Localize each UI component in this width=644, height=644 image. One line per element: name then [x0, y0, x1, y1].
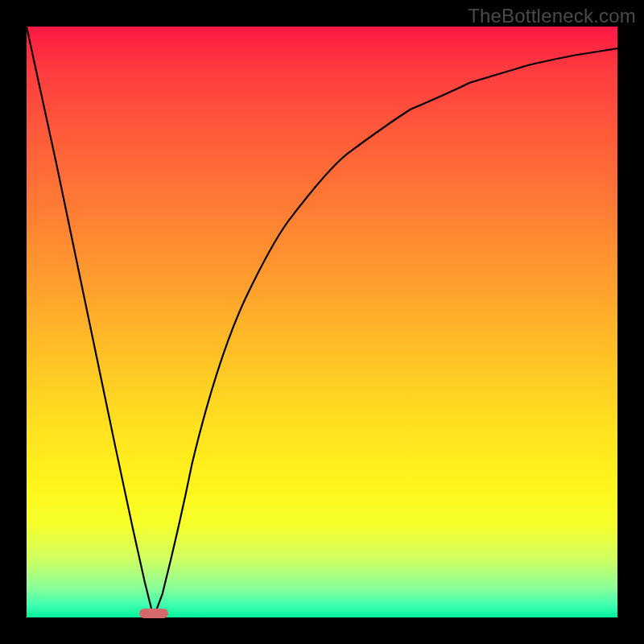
watermark-text: TheBottleneck.com: [468, 5, 636, 27]
curve-path: [27, 27, 617, 617]
plot-area: [27, 27, 617, 617]
chart-frame: TheBottleneck.com: [0, 0, 644, 644]
bottleneck-curve: [27, 27, 617, 617]
optimum-marker: [139, 609, 169, 618]
